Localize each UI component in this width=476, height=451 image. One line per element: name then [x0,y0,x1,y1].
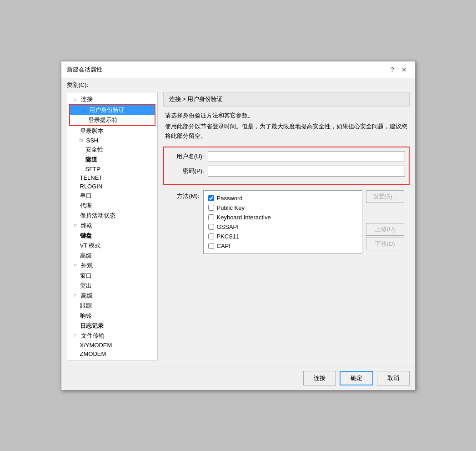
methods-label: 方法(M): [163,190,200,200]
tree-item-highlight[interactable]: 突出 [67,281,157,291]
tree-label-sftp: SFTP [85,166,100,172]
tree-item-window[interactable]: 窗口 [67,271,157,281]
desc-line1: 请选择身份验证方法和其它参数。 [165,111,408,121]
tree-label-zmodem: ZMODEM [80,350,106,357]
tree-label-login-prompt: 登录提示符 [88,116,118,124]
method-publickey: Public Key [208,203,357,213]
expand-icon-appearance: □ [75,263,80,268]
expand-icon-connection: □ [75,96,80,101]
expand-icon-advanced2: □ [75,293,80,298]
expand-icon-terminal: □ [75,223,80,228]
title-bar-buttons: ? ✕ [388,65,410,74]
move-up-button[interactable]: 上移(U) [366,223,404,236]
cancel-button[interactable]: 取消 [377,371,410,385]
tree-label-xymodem: X/YMODEM [80,342,112,349]
tree-item-zmodem[interactable]: ZMODEM [67,350,157,358]
method-gssapi-checkbox[interactable] [208,224,214,230]
tree-item-user-auth[interactable]: □ 用户身份验证 [70,105,155,115]
tree-label-connection: 连接 [81,95,93,103]
tree-label-terminal: 终端 [81,222,93,230]
tree-item-terminal[interactable]: □ 终端 [67,221,157,231]
tree-item-log[interactable]: 日志记录 [67,321,157,331]
connect-button[interactable]: 连接 [303,371,336,385]
method-publickey-label: Public Key [217,204,245,211]
desc-line2: 使用此部分以节省登录时间。但是，为了最大限度地提高安全性，如果担心安全问题，建议… [165,122,408,141]
move-down-button[interactable]: 下移(D) [366,238,404,250]
method-keyboard-interactive-checkbox[interactable] [208,214,214,220]
dialog-body: □ 连接 □ 用户身份验证 登录提示符 登录脚本 □ SSH [61,92,415,366]
content-header: 连接 > 用户身份验证 [163,92,410,106]
tree-item-rlogin[interactable]: RLOGIN [67,182,157,191]
tree-item-security[interactable]: 安全性 [67,145,157,155]
username-row: 用户名(U): [168,151,405,162]
tree-item-connection[interactable]: □ 连接 [67,94,157,104]
settings-button[interactable]: 设置(S)... [366,190,404,203]
method-keyboard-interactive-label: Keyboard Interactive [217,214,271,221]
method-password: Password [208,193,357,203]
method-pkcs11-label: PKCS11 [217,233,240,240]
close-button[interactable]: ✕ [399,65,410,74]
tree-item-vt-mode[interactable]: VT 模式 [67,241,157,251]
tree-item-advanced2[interactable]: □ 高级 [67,291,157,301]
tree-label-tunnel: 隧道 [85,156,97,164]
tree-item-appearance[interactable]: □ 外观 [67,261,157,271]
expand-icon-file-transfer: □ [75,333,80,338]
tree-label-security: 安全性 [85,146,103,154]
tree-label-keyboard: 键盘 [80,232,92,240]
title-bar: 新建会话属性 ? ✕ [61,61,415,78]
method-gssapi-label: GSSAPI [217,223,239,230]
methods-row: 方法(M): Password Public Key Keyboard Inte… [163,190,410,254]
tree-item-advanced[interactable]: 高级 [67,251,157,261]
tree-item-serial[interactable]: 串口 [67,191,157,201]
method-gssapi: GSSAPI [208,222,357,232]
tree-panel: □ 连接 □ 用户身份验证 登录提示符 登录脚本 □ SSH [67,92,158,360]
methods-box: Password Public Key Keyboard Interactive… [203,190,362,254]
tree-item-file-transfer[interactable]: □ 文件传输 [67,331,157,341]
tree-label-ssh: SSH [86,137,99,144]
tree-label-advanced: 高级 [80,252,92,260]
method-password-checkbox[interactable] [208,195,214,201]
tree-item-keyboard[interactable]: 键盘 [67,231,157,241]
ok-button[interactable]: 确定 [340,371,373,385]
tree-highlight-box: □ 用户身份验证 登录提示符 [69,104,155,126]
credentials-box: 用户名(U): 密码(P): [163,147,410,185]
tree-label-user-auth: 用户身份验证 [89,106,125,114]
dialog: 新建会话属性 ? ✕ 类别(C): □ 连接 □ 用户身份验证 登录提示符 [61,61,416,390]
tree-item-login-script[interactable]: 登录脚本 [67,126,157,136]
username-label: 用户名(U): [168,152,204,161]
tree-label-window: 窗口 [80,272,92,280]
category-label: 类别(C): [61,78,415,92]
password-row: 密码(P): [168,166,405,177]
tree-item-login-prompt[interactable]: 登录提示符 [70,115,155,125]
tree-label-trace: 跟踪 [80,302,92,310]
tree-label-telnet: TELNET [80,174,103,181]
method-capi: CAPI [208,241,357,251]
methods-buttons: 设置(S)... 上移(U) 下移(D) [366,190,404,250]
expand-icon-user-auth: □ [83,107,88,112]
tree-label-serial: 串口 [80,192,92,200]
tree-item-xymodem[interactable]: X/YMODEM [67,341,157,350]
tree-item-ssh[interactable]: □ SSH [67,136,157,145]
method-capi-checkbox[interactable] [208,243,214,249]
username-input[interactable] [208,151,405,162]
password-input[interactable] [208,166,405,177]
tree-item-trace[interactable]: 跟踪 [67,301,157,311]
dialog-footer: 连接 确定 取消 [61,366,415,390]
tree-item-proxy[interactable]: 代理 [67,201,157,211]
method-pkcs11-checkbox[interactable] [208,233,214,239]
method-password-label: Password [217,195,243,202]
method-publickey-checkbox[interactable] [208,205,214,211]
tree-item-tunnel[interactable]: 隧道 [67,155,157,165]
tree-item-sftp[interactable]: SFTP [67,165,157,173]
tree-label-advanced2: 高级 [81,292,93,300]
tree-label-file-transfer: 文件传输 [81,332,105,340]
content-desc: 请选择身份验证方法和其它参数。 使用此部分以节省登录时间。但是，为了最大限度地提… [163,111,410,141]
method-keyboard-interactive: Keyboard Interactive [208,213,357,222]
tree-label-log: 日志记录 [80,322,104,330]
tree-item-keepalive[interactable]: 保持活动状态 [67,211,157,221]
help-button[interactable]: ? [388,65,397,74]
method-capi-label: CAPI [217,243,230,249]
tree-label-vt-mode: VT 模式 [80,242,101,250]
tree-item-telnet[interactable]: TELNET [67,173,157,182]
tree-item-bell[interactable]: 响铃 [67,311,157,321]
